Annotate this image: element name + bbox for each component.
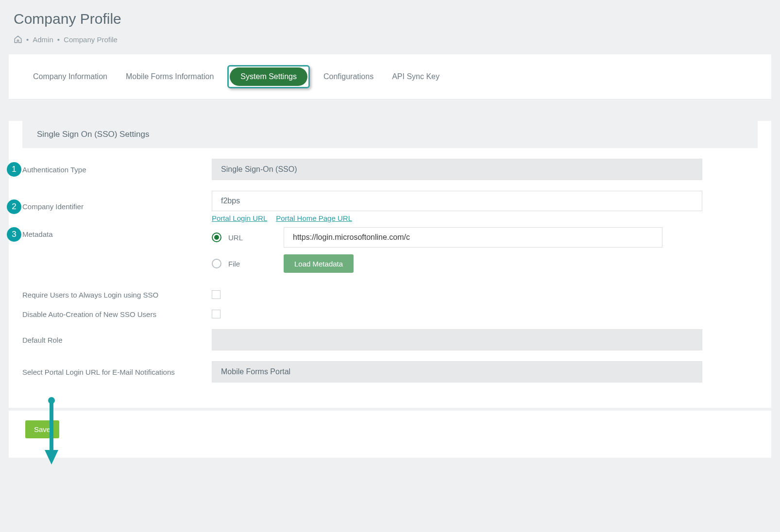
tab-api-sync-key[interactable]: API Sync Key [387, 69, 444, 84]
breadcrumb-current: Company Profile [64, 35, 118, 44]
page-title: Company Profile [9, 0, 771, 31]
label-authentication-type: Authentication Type [22, 166, 86, 174]
annotation-badge-1: 1 [7, 162, 21, 177]
annotation-badge-3: 3 [7, 227, 21, 242]
portal-login-url-link[interactable]: Portal Login URL [212, 214, 267, 222]
disable-autocreation-checkbox[interactable] [212, 310, 220, 318]
default-role-select[interactable] [212, 329, 702, 350]
metadata-file-radio[interactable] [212, 259, 221, 268]
tabs-bar: Company Information Mobile Forms Informa… [9, 54, 771, 100]
require-sso-checkbox[interactable] [212, 290, 220, 299]
annotation-badge-2: 2 [7, 200, 21, 214]
breadcrumb: • Admin • Company Profile [9, 31, 771, 54]
auth-type-select[interactable]: Single Sign-On (SSO) [212, 159, 702, 180]
label-require-sso: Require Users to Always Login using SSO [22, 291, 158, 299]
section-header-sso: Single Sign On (SSO) Settings [22, 121, 758, 148]
label-disable-autocreation: Disable Auto-Creation of New SSO Users [22, 310, 156, 318]
breadcrumb-sep: • [57, 35, 60, 44]
tab-system-settings-highlight: System Settings [227, 65, 310, 88]
company-identifier-input[interactable] [212, 191, 702, 211]
tab-configurations[interactable]: Configurations [319, 69, 378, 84]
label-metadata: Metadata [22, 230, 53, 238]
metadata-url-radio-label: URL [228, 233, 277, 242]
breadcrumb-sep: • [26, 35, 29, 44]
metadata-file-radio-label: File [228, 260, 277, 268]
tab-mobile-forms-information[interactable]: Mobile Forms Information [121, 69, 219, 84]
portal-home-page-url-link[interactable]: Portal Home Page URL [276, 214, 352, 222]
save-button[interactable]: Save [25, 420, 59, 438]
label-select-portal-login: Select Portal Login URL for E-Mail Notif… [22, 368, 175, 376]
tab-company-information[interactable]: Company Information [28, 69, 112, 84]
label-default-role: Default Role [22, 336, 63, 344]
tab-system-settings[interactable]: System Settings [230, 67, 307, 86]
breadcrumb-admin[interactable]: Admin [33, 35, 53, 44]
home-icon[interactable] [14, 35, 22, 44]
load-metadata-button[interactable]: Load Metadata [284, 254, 354, 273]
metadata-url-input[interactable] [284, 227, 662, 248]
label-company-identifier: Company Identifier [22, 202, 84, 211]
metadata-url-radio[interactable] [212, 233, 221, 242]
select-portal-login-select[interactable]: Mobile Forms Portal [212, 361, 702, 382]
